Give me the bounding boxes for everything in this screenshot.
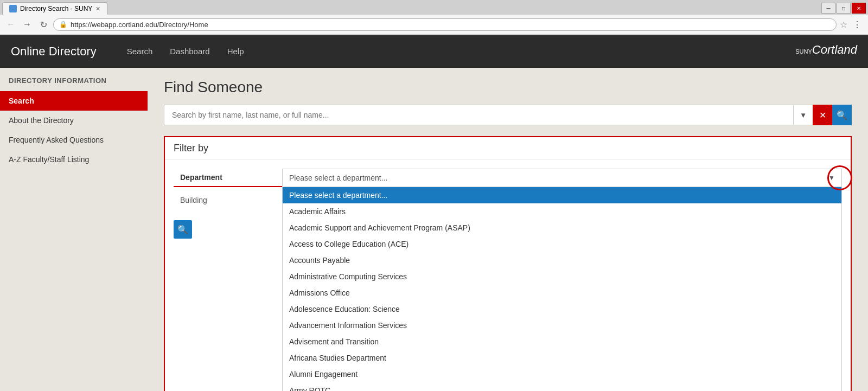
dept-option-4[interactable]: Accounts Payable bbox=[283, 252, 841, 268]
clear-icon: ✕ bbox=[819, 110, 826, 120]
search-icon: 🔍 bbox=[837, 110, 847, 120]
logo-text: Cortland bbox=[812, 43, 857, 56]
window-close-button[interactable]: ✕ bbox=[852, 3, 866, 14]
sidebar-item-faq[interactable]: Frequently Asked Questions bbox=[0, 130, 148, 150]
back-button[interactable]: ← bbox=[4, 18, 17, 31]
nav-dashboard[interactable]: Dashboard bbox=[161, 35, 218, 68]
sidebar-item-about[interactable]: About the Directory bbox=[0, 111, 148, 130]
tab-title: Directory Search - SUNY bbox=[20, 5, 92, 12]
lock-icon: 🔒 bbox=[59, 21, 67, 28]
dropdown-arrow-icon: ▼ bbox=[800, 111, 807, 119]
dept-option-12[interactable]: Army ROTC bbox=[283, 382, 841, 391]
search-go-button[interactable]: 🔍 bbox=[832, 105, 852, 125]
forward-button[interactable]: → bbox=[21, 18, 34, 31]
window-minimize-button[interactable]: ─ bbox=[821, 3, 835, 14]
filter-header: Filter by bbox=[165, 137, 851, 160]
refresh-button[interactable]: ↻ bbox=[37, 18, 50, 31]
department-dropdown-area: Please select a department... ▼ Please s… bbox=[282, 169, 842, 391]
dept-option-9[interactable]: Advisement and Transition bbox=[283, 334, 841, 350]
dept-option-7[interactable]: Adolescence Education: Science bbox=[283, 301, 841, 317]
menu-button[interactable]: ⋮ bbox=[851, 18, 864, 31]
url-text: https://webapp.cortland.edu/Directory/Ho… bbox=[71, 21, 208, 29]
bookmark-star[interactable]: ☆ bbox=[840, 20, 847, 30]
main-content: Find Someone ▼ ✕ 🔍 Filter by Department bbox=[148, 68, 868, 391]
app-header: Online Directory Search Dashboard Help S… bbox=[0, 35, 868, 68]
filter-tab-building[interactable]: Building bbox=[174, 191, 282, 209]
main-layout: DIRECTORY INFORMATION Search About the D… bbox=[0, 68, 868, 391]
filter-by-label: Filter by bbox=[174, 143, 208, 153]
suny-cortland-logo: SUNYCortland bbox=[795, 43, 857, 61]
sidebar-item-search[interactable]: Search bbox=[0, 91, 148, 111]
tab-close-button[interactable]: ✕ bbox=[95, 5, 100, 12]
dept-option-11[interactable]: Alumni Engagement bbox=[283, 366, 841, 382]
app-title: Online Directory bbox=[11, 44, 97, 59]
filter-search-button[interactable]: 🔍 bbox=[174, 220, 192, 239]
search-dropdown-button[interactable]: ▼ bbox=[793, 105, 813, 125]
sidebar-item-az-listing[interactable]: A-Z Faculty/Staff Listing bbox=[0, 150, 148, 169]
tab-bar: Directory Search - SUNY ✕ ─ □ ✕ bbox=[0, 0, 868, 15]
department-dropdown-list[interactable]: Please select a department... Academic A… bbox=[282, 187, 842, 391]
nav-help[interactable]: Help bbox=[219, 35, 253, 68]
dept-option-1[interactable]: Academic Affairs bbox=[283, 203, 841, 220]
browser-chrome: Directory Search - SUNY ✕ ─ □ ✕ ← → ↻ 🔒 … bbox=[0, 0, 868, 35]
nav-search[interactable]: Search bbox=[118, 35, 162, 68]
department-select-text: Please select a department... bbox=[283, 169, 822, 187]
window-maximize-button[interactable]: □ bbox=[837, 3, 851, 14]
dept-option-3[interactable]: Access to College Education (ACE) bbox=[283, 236, 841, 252]
filter-section: Filter by Department Building 🔍 bbox=[164, 136, 852, 391]
dept-option-6[interactable]: Admissions Office bbox=[283, 285, 841, 301]
sidebar-section-title: DIRECTORY INFORMATION bbox=[0, 76, 148, 91]
filter-search-icon: 🔍 bbox=[177, 225, 188, 235]
dept-option-10[interactable]: Africana Studies Department bbox=[283, 350, 841, 366]
browser-nav: ← → ↻ 🔒 https://webapp.cortland.edu/Dire… bbox=[0, 15, 868, 35]
filter-body: Department Building 🔍 Please select a de… bbox=[165, 160, 851, 391]
filter-tab-department[interactable]: Department bbox=[174, 169, 282, 187]
department-dropdown-arrow[interactable]: ▼ bbox=[822, 170, 841, 186]
search-bar: ▼ ✕ 🔍 bbox=[164, 105, 852, 125]
dept-option-8[interactable]: Advancement Information Services bbox=[283, 317, 841, 334]
tab-favicon bbox=[9, 5, 17, 12]
sidebar: DIRECTORY INFORMATION Search About the D… bbox=[0, 68, 148, 391]
filter-tabs: Department Building 🔍 bbox=[174, 169, 282, 391]
page-title: Find Someone bbox=[164, 79, 852, 96]
dept-option-0[interactable]: Please select a department... bbox=[283, 187, 841, 203]
header-nav: Search Dashboard Help bbox=[118, 35, 253, 68]
address-bar[interactable]: 🔒 https://webapp.cortland.edu/Directory/… bbox=[53, 18, 837, 31]
active-tab[interactable]: Directory Search - SUNY ✕ bbox=[2, 2, 107, 15]
dept-option-5[interactable]: Administrative Computing Services bbox=[283, 268, 841, 285]
logo-sup: SUNY bbox=[795, 48, 812, 55]
dept-option-2[interactable]: Academic Support and Achievement Program… bbox=[283, 220, 841, 236]
search-clear-button[interactable]: ✕ bbox=[813, 105, 832, 125]
search-input[interactable] bbox=[164, 105, 793, 125]
